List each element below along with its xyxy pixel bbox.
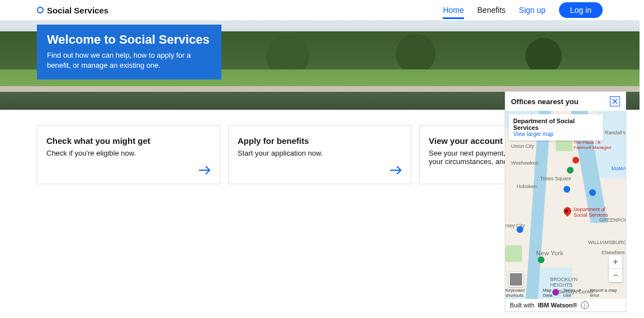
map-info-card: Department of Social Services View large… bbox=[509, 114, 603, 141]
card-title: Check what you might get bbox=[46, 136, 211, 146]
zoom-out-button[interactable]: − bbox=[609, 269, 622, 282]
offices-map-panel: Offices nearest you MANHATTAN New York H… bbox=[505, 91, 626, 312]
map-label: Times Square bbox=[540, 176, 571, 181]
poi-icon bbox=[572, 157, 579, 163]
map-info-title: Department of Social Services bbox=[513, 118, 599, 131]
brand-logo-icon bbox=[37, 7, 44, 13]
nav-signup[interactable]: Sign up bbox=[519, 1, 545, 19]
map-data-link[interactable]: Map Data bbox=[543, 288, 560, 298]
map-label: Weehawken bbox=[511, 160, 538, 166]
map-panel-title: Offices nearest you bbox=[511, 97, 579, 106]
poi-icon bbox=[517, 226, 523, 233]
map-pin-label: Department of Social Services bbox=[574, 207, 608, 218]
card-body: Start your application now. bbox=[238, 149, 402, 157]
map-shortcuts-link[interactable]: Keyboard shortcuts bbox=[505, 288, 539, 298]
map-label: Union City bbox=[511, 143, 534, 149]
map-footer: Built with IBM Watson® i bbox=[505, 299, 626, 311]
arrow-right-icon bbox=[198, 166, 211, 177]
page-scrollbar[interactable] bbox=[642, 0, 644, 318]
map-label: The Plaza - A Fairmont Managed bbox=[574, 140, 611, 150]
built-with-label: Built with bbox=[510, 302, 534, 308]
welcome-title: Welcome to Social Services bbox=[47, 32, 211, 47]
info-icon[interactable]: i bbox=[581, 301, 589, 309]
top-header: Social Services Home Benefits Sign up Lo… bbox=[23, 0, 616, 20]
map-zoom-control: + − bbox=[609, 255, 622, 282]
brand-name: Social Services bbox=[47, 6, 108, 15]
poi-icon bbox=[538, 256, 544, 263]
close-map-button[interactable] bbox=[610, 96, 620, 106]
map-info-link[interactable]: View larger map bbox=[513, 131, 599, 137]
close-icon bbox=[612, 99, 618, 104]
map-label: New York bbox=[536, 250, 564, 256]
primary-nav: Home Benefits Sign up Log in bbox=[443, 1, 603, 19]
map-label: Elsewhere bbox=[602, 250, 625, 255]
map-credits: Keyboard shortcuts Map Data Terms of Use… bbox=[505, 288, 623, 298]
map-label: MoMA bbox=[612, 166, 626, 171]
poi-icon bbox=[567, 167, 574, 174]
nav-home[interactable]: Home bbox=[443, 1, 463, 19]
nav-benefits[interactable]: Benefits bbox=[477, 1, 506, 19]
welcome-subtitle: Find out how we can help, how to apply f… bbox=[47, 50, 211, 71]
zoom-in-button[interactable]: + bbox=[609, 255, 622, 269]
map-label: BROOKLYN HEIGHTS bbox=[550, 277, 577, 288]
card-title: Apply for benefits bbox=[238, 136, 402, 146]
poi-icon bbox=[589, 189, 596, 196]
poi-icon bbox=[564, 186, 570, 193]
arrow-right-icon bbox=[390, 166, 402, 177]
map-canvas[interactable]: MANHATTAN New York Hoboken rsey City WIL… bbox=[505, 111, 626, 299]
card-check-eligibility[interactable]: Check what you might get Check if you're… bbox=[37, 125, 220, 184]
map-terms-link[interactable]: Terms of Use bbox=[564, 288, 587, 298]
streetview-thumb[interactable] bbox=[509, 272, 523, 287]
map-label: Randall's bbox=[605, 130, 626, 135]
card-apply-benefits[interactable]: Apply for benefits Start your applicatio… bbox=[228, 125, 411, 184]
ibm-watson-label: IBM Watson® bbox=[538, 302, 577, 308]
map-report-link[interactable]: Report a map error bbox=[590, 288, 623, 298]
brand[interactable]: Social Services bbox=[37, 6, 108, 15]
login-button[interactable]: Log in bbox=[559, 2, 603, 18]
map-label: WILLIAMSBURG bbox=[588, 240, 626, 245]
welcome-panel: Welcome to Social Services Find out how … bbox=[37, 25, 221, 80]
map-label: Hoboken bbox=[517, 184, 537, 189]
card-body: Check if you're eligible now. bbox=[46, 149, 211, 157]
